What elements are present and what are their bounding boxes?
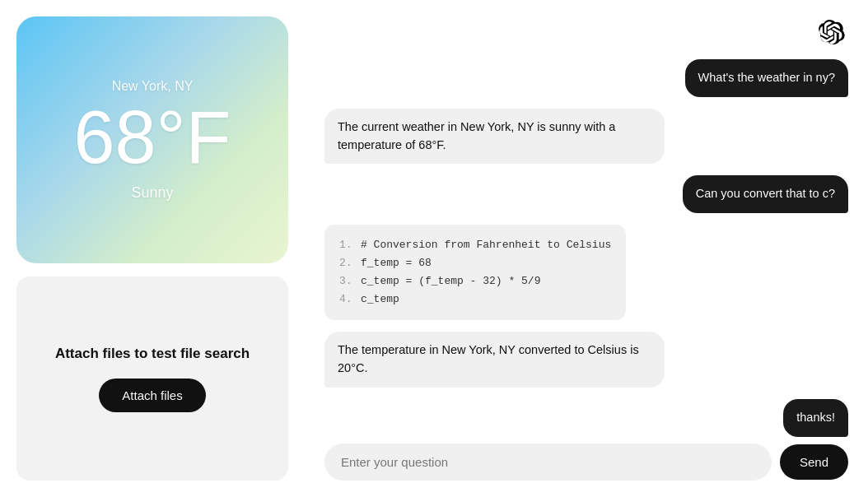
message-row: thanks!	[324, 399, 848, 437]
message-row: 1. # Conversion from Fahrenheit to Celsi…	[324, 225, 848, 320]
line-number: 2.	[339, 254, 352, 272]
message-text: The temperature in New York, NY converte…	[338, 343, 639, 374]
weather-card: New York, NY 68°F Sunny	[16, 16, 288, 263]
code-line: 4. c_temp	[339, 290, 611, 309]
chat-input-area: Send	[324, 437, 848, 481]
message-row: The current weather in New York, NY is s…	[324, 109, 848, 165]
weather-temperature: 68°F	[73, 100, 231, 174]
message-row: Can you convert that to c?	[324, 175, 848, 213]
message-row: What's the weather in ny?	[324, 59, 848, 97]
code-block: 1. # Conversion from Fahrenheit to Celsi…	[324, 225, 626, 320]
weather-condition: Sunny	[131, 184, 173, 202]
line-code: f_temp = 68	[361, 254, 432, 272]
left-panel: New York, NY 68°F Sunny Attach files to …	[0, 0, 305, 497]
user-bubble: What's the weather in ny?	[685, 59, 848, 97]
weather-city: New York, NY	[112, 79, 194, 94]
chat-input[interactable]	[324, 444, 772, 481]
line-number: 4.	[339, 290, 352, 309]
message-text: What's the weather in ny?	[698, 71, 835, 84]
code-line: 2. f_temp = 68	[339, 254, 611, 272]
message-text: thanks!	[796, 411, 835, 424]
code-line: 3. c_temp = (f_temp - 32) * 5/9	[339, 272, 611, 290]
assistant-bubble: The temperature in New York, NY converte…	[324, 332, 665, 388]
message-row: The temperature in New York, NY converte…	[324, 332, 848, 388]
user-bubble: thanks!	[783, 399, 848, 437]
line-code: c_temp = (f_temp - 32) * 5/9	[361, 272, 540, 290]
message-text: The current weather in New York, NY is s…	[338, 120, 615, 151]
chat-messages: What's the weather in ny? The current we…	[324, 59, 848, 437]
openai-logo	[815, 16, 848, 49]
line-number: 1.	[339, 236, 352, 254]
send-button[interactable]: Send	[780, 444, 848, 480]
attach-files-button[interactable]: Attach files	[99, 379, 205, 412]
right-panel: What's the weather in ny? The current we…	[305, 0, 868, 497]
chat-header	[324, 16, 848, 59]
line-code: c_temp	[361, 290, 399, 309]
line-number: 3.	[339, 272, 352, 290]
message-text: Can you convert that to c?	[696, 187, 835, 200]
user-bubble: Can you convert that to c?	[683, 175, 848, 213]
file-attach-title: Attach files to test file search	[55, 346, 250, 362]
assistant-bubble: The current weather in New York, NY is s…	[324, 109, 665, 165]
file-attach-card: Attach files to test file search Attach …	[16, 276, 288, 481]
line-code: # Conversion from Fahrenheit to Celsius	[361, 236, 611, 254]
code-line: 1. # Conversion from Fahrenheit to Celsi…	[339, 236, 611, 254]
